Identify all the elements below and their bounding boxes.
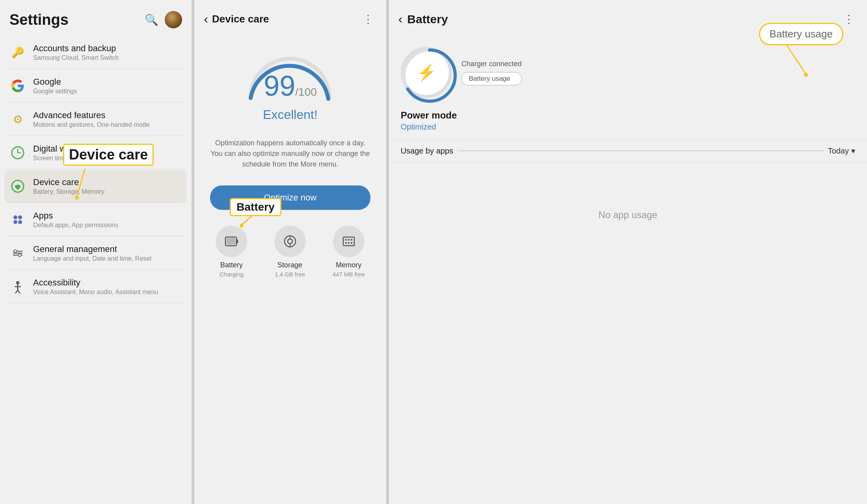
settings-item-accessibility[interactable]: Accessibility Voice Assistant, Mono audi… <box>5 271 187 303</box>
google-text: Google Google settings <box>33 77 77 95</box>
svg-rect-29 <box>351 242 352 244</box>
settings-item-accounts[interactable]: 🔑 Accounts and backup Samsung Cloud, Sma… <box>5 36 187 69</box>
battery-usage-annotation-box[interactable]: Battery usage <box>759 23 843 45</box>
accessibility-text: Accessibility Voice Assistant, Mono audi… <box>33 278 158 296</box>
general-text: General management Language and input, D… <box>33 244 152 262</box>
power-mode-value[interactable]: Optimized <box>401 122 855 132</box>
battery-icon-circle <box>216 226 247 257</box>
device-care-header: ‹ Device care ⋮ <box>194 0 386 35</box>
settings-title: Settings <box>9 11 69 28</box>
apps-text: Apps Default apps, App permissions <box>33 211 118 229</box>
battery-status-text: Charger connected Battery usage <box>461 60 522 85</box>
no-app-usage-message: No app usage <box>389 162 867 268</box>
charger-status: Charger connected <box>461 60 522 68</box>
usage-by-apps-section: Usage by apps Today ▾ <box>389 140 867 162</box>
svg-point-9 <box>14 250 17 253</box>
battery-icon <box>224 234 239 249</box>
usage-period-value: Today <box>828 146 849 156</box>
battery-annotation-middle: Battery <box>230 198 281 216</box>
svg-rect-23 <box>343 237 354 246</box>
settings-header: Settings 🔍 <box>0 0 192 36</box>
device-care-panel: ‹ Device care ⋮ 99/100 Excellent! Optimi… <box>194 0 386 504</box>
more-options-button[interactable]: ⋮ <box>359 11 377 27</box>
storage-label: Storage <box>277 261 302 269</box>
memory-sublabel: 447 MB free <box>333 271 365 278</box>
advanced-icon: ⚙ <box>9 111 26 128</box>
battery-title: Battery <box>407 13 448 26</box>
score-value: 99 <box>264 70 295 102</box>
settings-panel: Settings 🔍 🔑 Accounts and backup Samsung… <box>0 0 192 504</box>
svg-point-3 <box>18 215 22 219</box>
score-gauge: 99/100 <box>243 51 337 102</box>
svg-rect-27 <box>345 242 347 244</box>
memory-icon-circle <box>333 226 365 257</box>
optimize-btn-container: Optimize now <box>194 178 386 218</box>
dotted-separator <box>458 150 823 151</box>
back-icon: ‹ <box>204 12 208 26</box>
avatar-image <box>165 11 182 28</box>
svg-rect-19 <box>236 239 238 243</box>
battery-panel: ‹ Battery ⋮ Battery usage ⚡ Charger conn… <box>389 0 867 504</box>
battery-label: Battery <box>220 261 243 269</box>
battery-gauge-circle: ⚡ <box>401 47 452 98</box>
svg-point-22 <box>288 239 292 244</box>
advanced-text: Advanced features Motions and gestures, … <box>33 110 149 128</box>
device-care-text: Device care Battery, Storage, Memory <box>33 177 104 195</box>
score-section: 99/100 Excellent! <box>194 35 386 130</box>
usage-period-selector[interactable]: Today ▾ <box>828 146 855 156</box>
settings-item-apps[interactable]: Apps Default apps, App permissions <box>5 204 187 236</box>
settings-item-google[interactable]: Google Google settings <box>5 70 187 102</box>
power-mode-section: Power mode Optimized <box>389 102 867 140</box>
accounts-text: Accounts and backup Samsung Cloud, Smart… <box>33 43 119 61</box>
battery-back-button[interactable]: ‹ <box>398 12 403 26</box>
svg-rect-20 <box>227 238 235 245</box>
digital-icon <box>9 145 26 161</box>
device-care-icon <box>9 178 26 195</box>
settings-list: 🔑 Accounts and backup Samsung Cloud, Sma… <box>0 36 192 303</box>
apps-icon <box>9 211 26 228</box>
svg-rect-25 <box>348 239 350 241</box>
score-display: 99/100 <box>243 70 337 102</box>
chevron-down-icon: ▾ <box>851 146 855 156</box>
device-care-header-title: Device care <box>212 13 269 25</box>
svg-rect-26 <box>351 239 352 241</box>
storage-icon <box>283 234 298 249</box>
score-label: Excellent! <box>263 107 318 122</box>
accounts-icon: 🔑 <box>9 44 26 61</box>
power-mode-title: Power mode <box>401 110 855 121</box>
settings-item-advanced[interactable]: ⚙ Advanced features Motions and gestures… <box>5 103 187 136</box>
memory-icon <box>341 234 356 249</box>
settings-item-general[interactable]: General management Language and input, D… <box>5 237 187 270</box>
memory-label: Memory <box>336 261 361 269</box>
optimization-description: Optimization happens automatically once … <box>194 130 386 178</box>
battery-title-area: ‹ Battery <box>398 12 448 26</box>
battery-sublabel: Charging <box>220 271 244 278</box>
svg-point-5 <box>18 220 22 224</box>
svg-point-2 <box>13 215 17 219</box>
settings-item-device-care[interactable]: Device care Battery, Storage, Memory <box>5 170 187 203</box>
header-icons: 🔍 <box>145 11 182 28</box>
avatar[interactable] <box>165 11 182 28</box>
battery-more-options[interactable]: ⋮ <box>840 11 858 27</box>
accessibility-icon <box>9 278 26 295</box>
battery-usage-pill-button[interactable]: Battery usage <box>461 72 522 85</box>
storage-icon-circle <box>274 226 306 257</box>
device-care-categories: Battery Charging Storage 1.4 GB free <box>194 218 386 278</box>
storage-sublabel: 1.4 GB free <box>275 271 305 278</box>
svg-point-4 <box>13 220 17 224</box>
usage-by-apps-label: Usage by apps <box>401 146 453 156</box>
svg-line-15 <box>18 290 20 293</box>
general-icon <box>9 245 26 261</box>
svg-point-10 <box>19 254 21 257</box>
svg-line-14 <box>15 290 18 293</box>
svg-rect-28 <box>348 242 350 244</box>
device-care-annotation: Device care <box>63 144 154 166</box>
storage-category[interactable]: Storage 1.4 GB free <box>274 226 306 278</box>
lightning-icon: ⚡ <box>417 63 436 82</box>
battery-category[interactable]: Battery Charging <box>216 226 247 278</box>
search-icon[interactable]: 🔍 <box>145 13 158 26</box>
memory-category[interactable]: Memory 447 MB free <box>333 226 365 278</box>
google-icon <box>9 78 26 94</box>
svg-rect-24 <box>345 239 347 241</box>
back-button[interactable]: ‹ Device care <box>204 12 269 26</box>
